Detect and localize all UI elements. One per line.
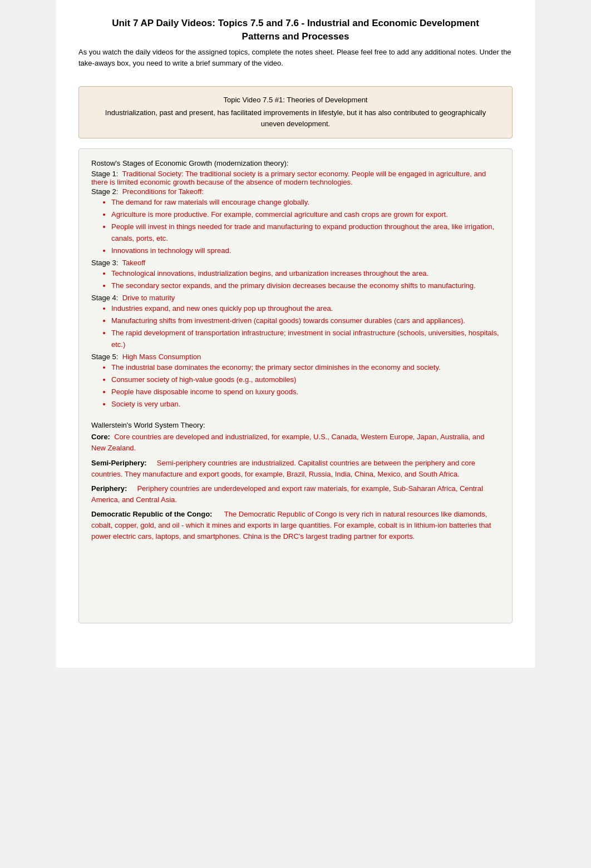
bullet-item: The secondary sector expands, and the pr… (111, 280, 500, 291)
stage-1-name: Traditional Society: (122, 170, 183, 178)
bullet-item: People will invest in things needed for … (111, 221, 500, 244)
stage-5-label: Stage 5: High Mass Consumption (91, 353, 500, 361)
stage-5-bullets: The industrial base dominates the econom… (111, 362, 500, 410)
title-line1: Unit 7 AP Daily Videos: Topics 7.5 and 7… (112, 18, 479, 28)
topic-box-title: Topic Video 7.5 #1: Theories of Developm… (92, 96, 499, 104)
bullet-item: The demand for raw materials will encour… (111, 197, 500, 208)
stage-2-name: Preconditions for Takeoff: (122, 187, 204, 196)
core-label: Core: (91, 433, 110, 441)
bullet-item: The industrial base dominates the econom… (111, 362, 500, 373)
stage-4-bullets: Industries expand, and new ones quickly … (111, 303, 500, 350)
wallerstein-periphery: Periphery: Periphery countries are under… (91, 483, 500, 505)
wallerstein-semi: Semi-Periphery: Semi-periphery countries… (91, 458, 500, 480)
bullet-item: Agriculture is more productive. For exam… (111, 209, 500, 220)
periphery-text: Periphery countries are underdeveloped a… (91, 484, 483, 504)
semi-text: Semi-periphery countries are industriali… (91, 459, 475, 478)
stage-3-label: Stage 3: Takeoff (91, 259, 500, 267)
drc-label: Democratic Republic of the Congo: (91, 510, 212, 518)
stage-2-number: Stage 2: (91, 187, 118, 196)
stage-4-name: Drive to maturity (122, 294, 175, 302)
bullet-item: Manufacturing shifts from investment-dri… (111, 315, 500, 326)
stage-5-number: Stage 5: (91, 353, 118, 361)
stage-1-label: Stage 1: Traditional Society: The tradit… (91, 170, 500, 186)
wallerstein-core: Core: Core countries are developed and i… (91, 431, 500, 454)
title-line2: Patterns and Processes (242, 31, 349, 42)
core-text: Core countries are developed and industr… (91, 433, 485, 452)
wallerstein-section: Wallerstein's World System Theory: Core:… (91, 421, 500, 542)
page-title: Unit 7 AP Daily Videos: Topics 7.5 and 7… (78, 17, 513, 43)
bullet-item: The rapid development of transportation … (111, 328, 500, 350)
page-subtitle: As you watch the daily videos for the as… (78, 47, 513, 70)
stage-5-name: High Mass Consumption (122, 353, 201, 361)
bullet-item: Technological innovations, industrializa… (111, 268, 500, 279)
stage-4-number: Stage 4: (91, 294, 118, 302)
stage-3-number: Stage 3: (91, 259, 118, 267)
rostow-section: Rostow's Stages of Economic Growth (mode… (78, 148, 513, 623)
bullet-item: People have disposable income to spend o… (111, 386, 500, 398)
stage-2-bullets: The demand for raw materials will encour… (111, 197, 500, 256)
stage-3-bullets: Technological innovations, industrializa… (111, 268, 500, 291)
stage-4-label: Stage 4: Drive to maturity (91, 294, 500, 302)
bullet-item: Society is very urban. (111, 399, 500, 410)
stage-3-name: Takeoff (122, 259, 145, 267)
wallerstein-drc: Democratic Republic of the Congo: The De… (91, 509, 500, 542)
topic-box-desc: Industrialization, past and present, has… (92, 107, 499, 129)
stage-1-number: Stage 1: (91, 170, 118, 178)
periphery-label: Periphery: (91, 484, 127, 493)
topic-box: Topic Video 7.5 #1: Theories of Developm… (78, 86, 513, 138)
bullet-item: Industries expand, and new ones quickly … (111, 303, 500, 314)
bullet-item: Innovations in technology will spread. (111, 245, 500, 256)
rostow-heading: Rostow's Stages of Economic Growth (mode… (91, 159, 500, 167)
page-container: Unit 7 AP Daily Videos: Topics 7.5 and 7… (56, 0, 535, 668)
wallerstein-heading: Wallerstein's World System Theory: (91, 421, 500, 429)
stage-2-label: Stage 2: Preconditions for Takeoff: (91, 187, 500, 196)
semi-label: Semi-Periphery: (91, 459, 147, 467)
bullet-item: Consumer society of high-value goods (e.… (111, 374, 500, 385)
